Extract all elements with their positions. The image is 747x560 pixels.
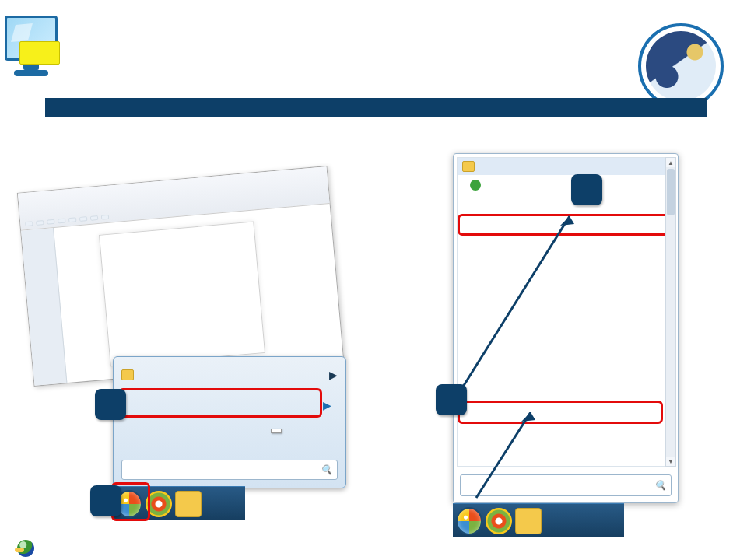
- step-badge-1: [90, 485, 121, 516]
- folder-icon: [121, 369, 134, 380]
- scrollbar[interactable]: ▲ ▼: [665, 157, 676, 467]
- explorer-icon[interactable]: [515, 508, 542, 534]
- navigation-path: [45, 98, 707, 117]
- scroll-up-icon[interactable]: ▲: [666, 158, 675, 167]
- start-row-getting-started[interactable]: ▶: [114, 362, 345, 388]
- word-ribbon: [18, 166, 330, 231]
- back-row[interactable]: [458, 175, 674, 195]
- chevron-right-icon: ▶: [323, 399, 331, 411]
- scroll-thumb[interactable]: [667, 169, 675, 215]
- word-screenshot: [17, 166, 344, 387]
- gear-icon: [638, 23, 724, 109]
- step-badge-4: [436, 384, 467, 415]
- chevron-right-icon: ▶: [329, 369, 338, 381]
- scroll-down-icon[interactable]: ▼: [666, 457, 675, 466]
- tooltip: [271, 429, 282, 433]
- all-programs-panel: ▲ ▼ 🔍: [453, 153, 679, 503]
- start-menu-panel: ▶ ▶ 🔍: [113, 356, 346, 488]
- search-icon: 🔍: [654, 480, 666, 491]
- search-icon: 🔍: [321, 464, 332, 475]
- folder-icon: [462, 161, 475, 172]
- programs-search-input[interactable]: 🔍: [460, 474, 672, 496]
- globe-icon: [17, 540, 34, 557]
- back-icon: [470, 180, 481, 191]
- explorer-icon[interactable]: [175, 491, 202, 517]
- highlight-frame-2: [118, 388, 322, 418]
- chapter-badge: [19, 41, 60, 65]
- start-orb[interactable]: [456, 508, 482, 534]
- folder-microsoft-office[interactable]: [458, 158, 674, 175]
- chrome-icon[interactable]: [486, 508, 512, 534]
- step-badge-2: [95, 389, 126, 420]
- highlight-frame-4: [458, 401, 663, 424]
- programs-list: [457, 157, 675, 467]
- taskbar-right: [453, 503, 624, 537]
- step-badge-3: [571, 174, 602, 205]
- start-search-input[interactable]: 🔍: [121, 460, 338, 480]
- footer: [11, 540, 34, 557]
- highlight-frame-3: [458, 214, 675, 236]
